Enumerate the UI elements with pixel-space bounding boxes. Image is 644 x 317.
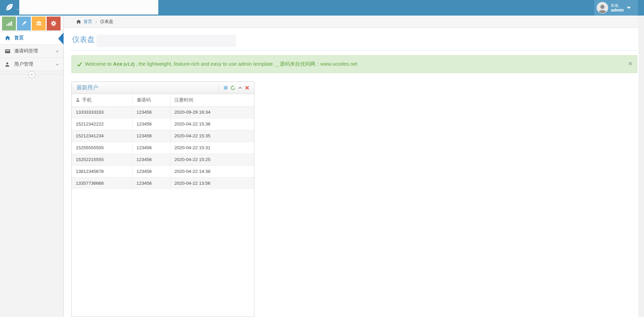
app-root: _ 欢迎, admin xyxy=(0,0,644,317)
close-icon[interactable] xyxy=(244,85,251,91)
stats-shortcut-button[interactable] xyxy=(2,17,16,30)
cell-phone: 13812345678 xyxy=(72,165,132,177)
brand[interactable]: _ xyxy=(4,2,19,13)
top-navbar: _ 欢迎, admin xyxy=(0,0,644,16)
widget-latest-users: 最新用户 xyxy=(71,82,254,317)
caret-down-icon xyxy=(627,7,631,9)
pencil-icon xyxy=(21,20,27,26)
latest-users-table: 手机 邀请码 注册时间 13333333333 123456 2020-09-2… xyxy=(72,94,254,189)
cell-invite-code: 123456 xyxy=(132,118,170,130)
cell-phone: 15255555555 xyxy=(72,142,132,154)
users-shortcut-button[interactable] xyxy=(32,17,46,30)
breadcrumb-separator: › xyxy=(95,19,97,24)
scrollbar[interactable] xyxy=(638,16,644,317)
table-row: 15212342222 123456 2020-04-22 15:36 xyxy=(72,118,254,130)
alert-text: Welcome to Ace (v1.2) , the lightweight,… xyxy=(85,61,358,67)
sidebar-item-user-management[interactable]: 用户管理 xyxy=(0,58,63,71)
avatar xyxy=(597,2,608,14)
sidebar-item-invite-codes[interactable]: 邀请码管理 xyxy=(0,45,63,58)
column-header-invite-code: 邀请码 xyxy=(132,94,170,106)
edit-shortcut-button[interactable] xyxy=(17,17,31,30)
cell-invite-code: 123456 xyxy=(132,142,170,154)
alert-source: _ 源码来自优码网：www.ucodes.net xyxy=(276,61,358,67)
cell-register-time: 2020-04-22 13:56 xyxy=(170,177,254,189)
cell-phone: 15252215555 xyxy=(72,154,132,165)
cell-invite-code: 123456 xyxy=(132,106,170,118)
sidebar-item-label: 首页 xyxy=(14,35,24,41)
gears-icon xyxy=(50,20,57,27)
user-info: 欢迎, admin xyxy=(611,3,624,13)
breadcrumb-current: 仪表盘 xyxy=(100,19,113,25)
page-header-divider xyxy=(71,50,637,50)
breadcrumb: 首页 › 仪表盘 xyxy=(64,16,638,28)
table-row: 15252215555 123456 2020-04-22 15:25 xyxy=(72,154,254,165)
collapse-up-icon[interactable] xyxy=(236,85,244,91)
column-header-phone: 手机 xyxy=(72,94,132,106)
cell-phone: 15212342222 xyxy=(72,118,132,130)
chevron-down-icon xyxy=(55,62,59,68)
sidebar-collapse-button[interactable]: « xyxy=(28,71,35,78)
cell-invite-code: 123456 xyxy=(132,165,170,177)
user-menu[interactable]: 欢迎, admin xyxy=(594,0,638,16)
breadcrumb-home-link[interactable]: 首页 xyxy=(84,19,92,25)
cell-invite-code: 123456 xyxy=(132,130,170,142)
widget-title: 最新用户 xyxy=(76,84,218,91)
alert-success: Welcome to Ace (v1.2) , the lightweight,… xyxy=(71,55,637,73)
sidebar-item-label: 邀请码管理 xyxy=(14,48,38,54)
person-icon xyxy=(76,98,80,102)
inbox-icon xyxy=(5,49,12,54)
sidebar-collapse-row: « xyxy=(0,74,63,83)
cell-phone: 13333333333 xyxy=(72,106,132,118)
chevron-down-icon xyxy=(55,49,59,54)
table-row: 15255555555 123456 2020-04-22 15:31 xyxy=(72,142,254,154)
settings-shortcut-button[interactable] xyxy=(47,17,61,30)
sidebar-item-home[interactable]: 首页 xyxy=(0,31,63,45)
users-icon xyxy=(36,20,42,26)
signal-icon xyxy=(6,20,12,26)
user-name: admin xyxy=(611,8,624,13)
cell-register-time: 2020-04-22 15:25 xyxy=(170,154,254,165)
home-icon xyxy=(5,35,12,41)
cell-phone: 13357736668 xyxy=(72,177,132,189)
table-row: 13357736668 123456 2020-04-22 13:56 xyxy=(72,177,254,189)
close-icon[interactable]: × xyxy=(628,60,632,67)
sidebar: 首页 邀请码管理 用户管理 xyxy=(0,16,64,317)
refresh-icon[interactable] xyxy=(229,85,236,91)
leaf-icon xyxy=(4,2,15,13)
cell-register-time: 2020-04-22 15:36 xyxy=(170,118,254,130)
user-welcome: 欢迎, xyxy=(611,3,624,8)
widget-header: 最新用户 xyxy=(72,82,254,94)
redaction-overlay-navbar xyxy=(19,0,158,15)
redaction-overlay-title xyxy=(96,35,236,47)
table-row: 13333333333 123456 2020-09-29 16:34 xyxy=(72,106,254,118)
cell-invite-code: 123456 xyxy=(132,177,170,189)
sidebar-shortcuts xyxy=(0,16,63,31)
cell-register-time: 2020-04-22 15:31 xyxy=(170,142,254,154)
table-row: 13812345678 123456 2020-04-22 14:38 xyxy=(72,165,254,177)
sidebar-nav: 首页 邀请码管理 用户管理 xyxy=(0,31,63,71)
main-content: 首页 › 仪表盘 仪表盘_ Welcome to Ace (v1.2) , th… xyxy=(64,16,638,317)
user-icon xyxy=(5,62,12,67)
alert-brand: Ace xyxy=(113,61,122,67)
cell-register-time: 2020-04-22 14:38 xyxy=(170,165,254,177)
active-menu-arrow xyxy=(58,32,64,45)
home-icon xyxy=(76,19,81,24)
widget-toolbar xyxy=(218,84,251,92)
column-header-register-time: 注册时间 xyxy=(170,94,254,106)
table-row: 15212341234 123456 2020-04-22 15:35 xyxy=(72,130,254,142)
sidebar-item-label: 用户管理 xyxy=(14,61,33,67)
cell-invite-code: 123456 xyxy=(132,154,170,165)
table-header-row: 手机 邀请码 注册时间 xyxy=(72,94,254,106)
collapse-left-icon: « xyxy=(30,72,33,77)
cell-register-time: 2020-04-22 15:35 xyxy=(170,130,254,142)
settings-icon[interactable] xyxy=(222,85,229,91)
check-icon xyxy=(77,62,82,67)
cell-phone: 15212341234 xyxy=(72,130,132,142)
cell-register-time: 2020-09-29 16:34 xyxy=(170,106,254,118)
